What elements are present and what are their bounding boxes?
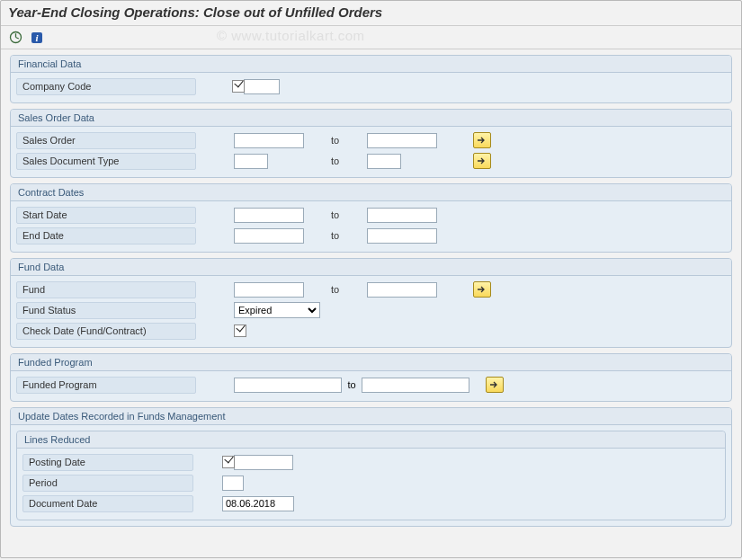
panel-title-sales: Sales Order Data xyxy=(11,110,731,127)
posting-date-input[interactable] xyxy=(234,455,293,470)
posting-date-required-indicator[interactable] xyxy=(222,456,235,468)
sales-order-to-input[interactable] xyxy=(367,133,437,148)
funded-program-label: Funded Program xyxy=(16,377,196,394)
end-date-to-input[interactable] xyxy=(367,228,437,244)
panel-sales-order-data: Sales Order Data Sales Order to Sales Do… xyxy=(10,109,732,178)
panel-update-dates: Update Dates Recorded in Funds Managemen… xyxy=(10,407,732,527)
info-button[interactable]: i xyxy=(28,29,46,47)
sales-order-label: Sales Order xyxy=(16,132,196,149)
panel-title-financial: Financial Data xyxy=(11,56,731,73)
panel-financial-data: Financial Data Company Code xyxy=(10,55,732,103)
panel-title-funded-program: Funded Program xyxy=(11,354,731,371)
panel-title-contract: Contract Dates xyxy=(11,184,731,201)
document-date-label: Document Date xyxy=(22,495,193,512)
sales-doc-type-to-input[interactable] xyxy=(367,154,401,169)
to-label-4: to xyxy=(304,230,367,241)
funded-program-multiselect-button[interactable] xyxy=(486,377,504,393)
check-date-label: Check Date (Fund/Contract) xyxy=(16,323,196,340)
start-date-to-input[interactable] xyxy=(367,208,437,223)
to-label-5: to xyxy=(304,284,367,295)
panel-lines-reduced: Lines Reduced Posting Date Period D xyxy=(16,431,726,520)
title-bar: Year-End Closing Operations: Close out o… xyxy=(1,1,741,26)
document-date-input[interactable] xyxy=(222,496,294,511)
panel-funded-program: Funded Program Funded Program to xyxy=(10,353,732,402)
panel-title-lines-reduced: Lines Reduced xyxy=(17,431,725,449)
fund-status-select[interactable]: Expired xyxy=(234,302,320,318)
page-title: Year-End Closing Operations: Close out o… xyxy=(8,4,382,20)
svg-line-2 xyxy=(15,38,18,40)
sales-doc-type-label: Sales Document Type xyxy=(16,153,196,170)
fund-from-input[interactable] xyxy=(234,282,304,298)
fund-multiselect-button[interactable] xyxy=(473,281,491,298)
execute-button[interactable] xyxy=(6,29,24,47)
sales-doc-type-multiselect-button[interactable] xyxy=(473,153,491,169)
fund-status-label: Fund Status xyxy=(16,302,196,319)
sales-doc-type-from-input[interactable] xyxy=(234,154,268,169)
company-code-input[interactable] xyxy=(244,79,280,94)
panel-title-update: Update Dates Recorded in Funds Managemen… xyxy=(11,408,731,425)
toolbar: i © www.tutorialkart.com xyxy=(1,26,741,49)
main-content: Financial Data Company Code Sales Order … xyxy=(1,49,741,536)
period-input[interactable] xyxy=(222,476,244,491)
check-date-checkbox[interactable] xyxy=(234,324,246,337)
start-date-from-input[interactable] xyxy=(234,208,304,223)
period-label: Period xyxy=(22,475,193,492)
sales-order-from-input[interactable] xyxy=(234,133,304,148)
funded-program-from-input[interactable] xyxy=(234,378,342,393)
fund-to-input[interactable] xyxy=(367,282,437,298)
end-date-from-input[interactable] xyxy=(234,228,304,244)
company-code-required-indicator[interactable] xyxy=(232,80,245,93)
watermark: © www.tutorialkart.com xyxy=(217,28,365,43)
panel-fund-data: Fund Data Fund to Fund Status Expired xyxy=(10,258,732,348)
posting-date-label: Posting Date xyxy=(22,454,193,471)
panel-title-fund: Fund Data xyxy=(11,259,731,276)
panel-contract-dates: Contract Dates Start Date to End Date to xyxy=(10,183,732,253)
to-label-2: to xyxy=(304,156,367,166)
to-label-6: to xyxy=(342,379,362,390)
sales-order-multiselect-button[interactable] xyxy=(473,132,491,148)
start-date-label: Start Date xyxy=(16,207,196,224)
fund-label: Fund xyxy=(16,281,196,298)
end-date-label: End Date xyxy=(16,227,196,244)
funded-program-to-input[interactable] xyxy=(362,378,469,393)
company-code-label: Company Code xyxy=(16,78,196,95)
to-label: to xyxy=(304,135,367,146)
to-label-3: to xyxy=(304,209,367,220)
